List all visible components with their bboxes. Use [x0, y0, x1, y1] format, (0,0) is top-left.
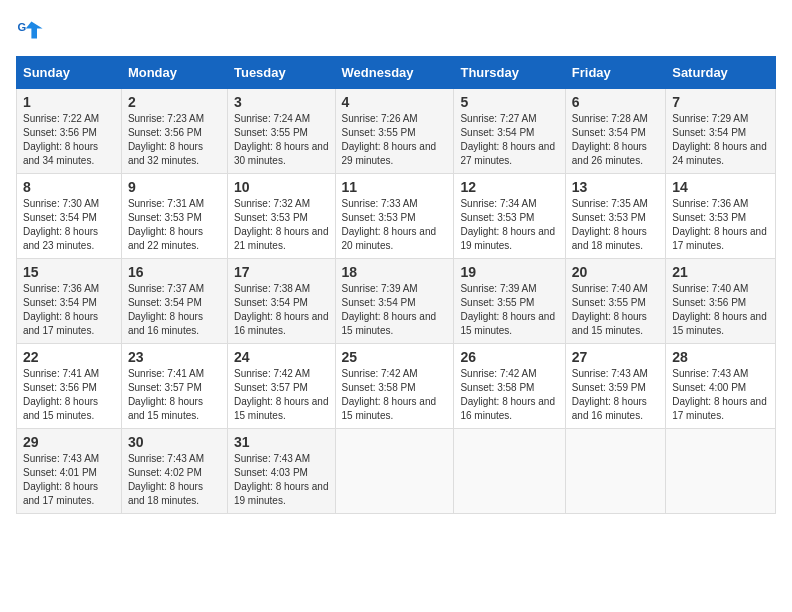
svg-text:G: G: [17, 21, 26, 33]
header-cell-friday: Friday: [565, 57, 665, 89]
day-number: 2: [128, 94, 221, 110]
calendar-cell: 13 Sunrise: 7:35 AMSunset: 3:53 PMDaylig…: [565, 174, 665, 259]
day-info: Sunrise: 7:28 AMSunset: 3:54 PMDaylight:…: [572, 113, 648, 166]
day-number: 18: [342, 264, 448, 280]
day-info: Sunrise: 7:43 AMSunset: 3:59 PMDaylight:…: [572, 368, 648, 421]
day-number: 19: [460, 264, 558, 280]
calendar-cell: 17 Sunrise: 7:38 AMSunset: 3:54 PMDaylig…: [227, 259, 335, 344]
calendar-cell: [565, 429, 665, 514]
svg-marker-1: [26, 22, 43, 39]
day-info: Sunrise: 7:24 AMSunset: 3:55 PMDaylight:…: [234, 113, 329, 166]
day-info: Sunrise: 7:42 AMSunset: 3:58 PMDaylight:…: [342, 368, 437, 421]
calendar-cell: 6 Sunrise: 7:28 AMSunset: 3:54 PMDayligh…: [565, 89, 665, 174]
calendar-cell: 7 Sunrise: 7:29 AMSunset: 3:54 PMDayligh…: [666, 89, 776, 174]
calendar-cell: 27 Sunrise: 7:43 AMSunset: 3:59 PMDaylig…: [565, 344, 665, 429]
calendar-cell: 16 Sunrise: 7:37 AMSunset: 3:54 PMDaylig…: [121, 259, 227, 344]
calendar-cell: 24 Sunrise: 7:42 AMSunset: 3:57 PMDaylig…: [227, 344, 335, 429]
day-info: Sunrise: 7:43 AMSunset: 4:02 PMDaylight:…: [128, 453, 204, 506]
calendar-cell: 30 Sunrise: 7:43 AMSunset: 4:02 PMDaylig…: [121, 429, 227, 514]
day-number: 27: [572, 349, 659, 365]
page-header: G: [16, 16, 776, 44]
calendar-cell: 18 Sunrise: 7:39 AMSunset: 3:54 PMDaylig…: [335, 259, 454, 344]
week-row-5: 29 Sunrise: 7:43 AMSunset: 4:01 PMDaylig…: [17, 429, 776, 514]
calendar-cell: [666, 429, 776, 514]
day-number: 23: [128, 349, 221, 365]
header-cell-saturday: Saturday: [666, 57, 776, 89]
day-info: Sunrise: 7:41 AMSunset: 3:56 PMDaylight:…: [23, 368, 99, 421]
day-info: Sunrise: 7:29 AMSunset: 3:54 PMDaylight:…: [672, 113, 767, 166]
day-info: Sunrise: 7:30 AMSunset: 3:54 PMDaylight:…: [23, 198, 99, 251]
logo-icon: G: [16, 16, 44, 44]
day-info: Sunrise: 7:33 AMSunset: 3:53 PMDaylight:…: [342, 198, 437, 251]
calendar-cell: 22 Sunrise: 7:41 AMSunset: 3:56 PMDaylig…: [17, 344, 122, 429]
day-number: 14: [672, 179, 769, 195]
day-info: Sunrise: 7:23 AMSunset: 3:56 PMDaylight:…: [128, 113, 204, 166]
calendar-cell: 29 Sunrise: 7:43 AMSunset: 4:01 PMDaylig…: [17, 429, 122, 514]
week-row-4: 22 Sunrise: 7:41 AMSunset: 3:56 PMDaylig…: [17, 344, 776, 429]
calendar-header: SundayMondayTuesdayWednesdayThursdayFrid…: [17, 57, 776, 89]
day-info: Sunrise: 7:40 AMSunset: 3:56 PMDaylight:…: [672, 283, 767, 336]
header-cell-thursday: Thursday: [454, 57, 565, 89]
day-info: Sunrise: 7:35 AMSunset: 3:53 PMDaylight:…: [572, 198, 648, 251]
calendar-cell: 2 Sunrise: 7:23 AMSunset: 3:56 PMDayligh…: [121, 89, 227, 174]
day-number: 1: [23, 94, 115, 110]
day-number: 17: [234, 264, 329, 280]
logo: G: [16, 16, 46, 44]
day-number: 25: [342, 349, 448, 365]
day-info: Sunrise: 7:34 AMSunset: 3:53 PMDaylight:…: [460, 198, 555, 251]
day-info: Sunrise: 7:41 AMSunset: 3:57 PMDaylight:…: [128, 368, 204, 421]
week-row-1: 1 Sunrise: 7:22 AMSunset: 3:56 PMDayligh…: [17, 89, 776, 174]
day-number: 15: [23, 264, 115, 280]
calendar-table: SundayMondayTuesdayWednesdayThursdayFrid…: [16, 56, 776, 514]
calendar-cell: 14 Sunrise: 7:36 AMSunset: 3:53 PMDaylig…: [666, 174, 776, 259]
week-row-3: 15 Sunrise: 7:36 AMSunset: 3:54 PMDaylig…: [17, 259, 776, 344]
calendar-cell: 11 Sunrise: 7:33 AMSunset: 3:53 PMDaylig…: [335, 174, 454, 259]
calendar-cell: 28 Sunrise: 7:43 AMSunset: 4:00 PMDaylig…: [666, 344, 776, 429]
calendar-cell: 23 Sunrise: 7:41 AMSunset: 3:57 PMDaylig…: [121, 344, 227, 429]
day-info: Sunrise: 7:40 AMSunset: 3:55 PMDaylight:…: [572, 283, 648, 336]
calendar-cell: 31 Sunrise: 7:43 AMSunset: 4:03 PMDaylig…: [227, 429, 335, 514]
calendar-cell: 25 Sunrise: 7:42 AMSunset: 3:58 PMDaylig…: [335, 344, 454, 429]
day-number: 24: [234, 349, 329, 365]
day-info: Sunrise: 7:43 AMSunset: 4:01 PMDaylight:…: [23, 453, 99, 506]
day-number: 3: [234, 94, 329, 110]
day-number: 4: [342, 94, 448, 110]
day-number: 22: [23, 349, 115, 365]
day-number: 6: [572, 94, 659, 110]
day-info: Sunrise: 7:32 AMSunset: 3:53 PMDaylight:…: [234, 198, 329, 251]
header-cell-sunday: Sunday: [17, 57, 122, 89]
day-number: 8: [23, 179, 115, 195]
calendar-cell: [335, 429, 454, 514]
day-number: 11: [342, 179, 448, 195]
day-info: Sunrise: 7:43 AMSunset: 4:03 PMDaylight:…: [234, 453, 329, 506]
header-cell-monday: Monday: [121, 57, 227, 89]
day-number: 9: [128, 179, 221, 195]
day-info: Sunrise: 7:37 AMSunset: 3:54 PMDaylight:…: [128, 283, 204, 336]
calendar-cell: 12 Sunrise: 7:34 AMSunset: 3:53 PMDaylig…: [454, 174, 565, 259]
calendar-cell: 5 Sunrise: 7:27 AMSunset: 3:54 PMDayligh…: [454, 89, 565, 174]
day-number: 12: [460, 179, 558, 195]
header-row: SundayMondayTuesdayWednesdayThursdayFrid…: [17, 57, 776, 89]
calendar-cell: 19 Sunrise: 7:39 AMSunset: 3:55 PMDaylig…: [454, 259, 565, 344]
day-number: 30: [128, 434, 221, 450]
calendar-cell: 3 Sunrise: 7:24 AMSunset: 3:55 PMDayligh…: [227, 89, 335, 174]
day-info: Sunrise: 7:27 AMSunset: 3:54 PMDaylight:…: [460, 113, 555, 166]
header-cell-tuesday: Tuesday: [227, 57, 335, 89]
calendar-cell: 26 Sunrise: 7:42 AMSunset: 3:58 PMDaylig…: [454, 344, 565, 429]
day-number: 7: [672, 94, 769, 110]
day-info: Sunrise: 7:36 AMSunset: 3:54 PMDaylight:…: [23, 283, 99, 336]
day-info: Sunrise: 7:38 AMSunset: 3:54 PMDaylight:…: [234, 283, 329, 336]
day-number: 5: [460, 94, 558, 110]
day-number: 28: [672, 349, 769, 365]
day-number: 26: [460, 349, 558, 365]
day-number: 21: [672, 264, 769, 280]
calendar-cell: 15 Sunrise: 7:36 AMSunset: 3:54 PMDaylig…: [17, 259, 122, 344]
day-info: Sunrise: 7:36 AMSunset: 3:53 PMDaylight:…: [672, 198, 767, 251]
day-info: Sunrise: 7:42 AMSunset: 3:57 PMDaylight:…: [234, 368, 329, 421]
day-number: 10: [234, 179, 329, 195]
calendar-cell: [454, 429, 565, 514]
calendar-cell: 10 Sunrise: 7:32 AMSunset: 3:53 PMDaylig…: [227, 174, 335, 259]
calendar-cell: 8 Sunrise: 7:30 AMSunset: 3:54 PMDayligh…: [17, 174, 122, 259]
header-cell-wednesday: Wednesday: [335, 57, 454, 89]
day-info: Sunrise: 7:43 AMSunset: 4:00 PMDaylight:…: [672, 368, 767, 421]
